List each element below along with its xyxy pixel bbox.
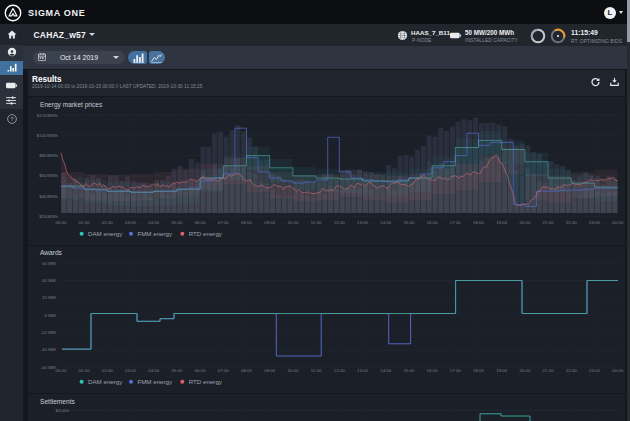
svg-text:$3,000: $3,000 [56, 408, 70, 413]
